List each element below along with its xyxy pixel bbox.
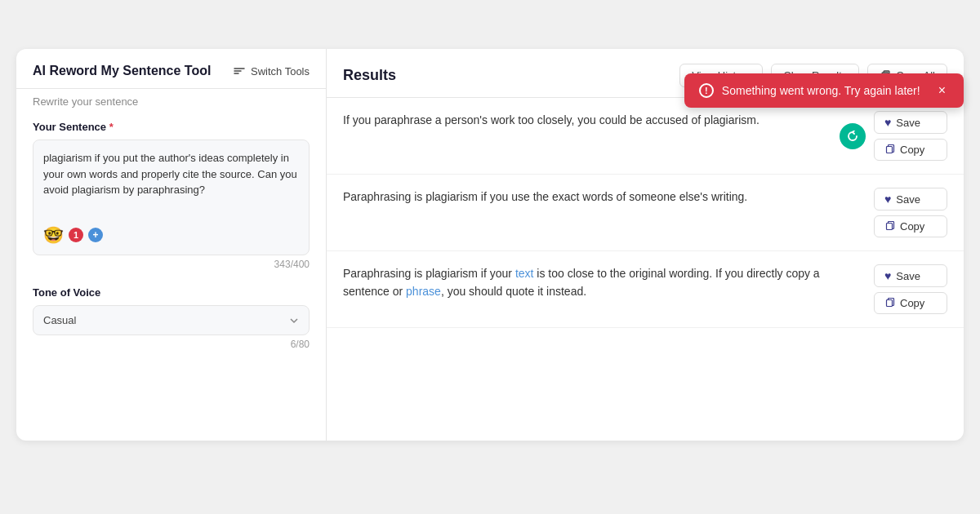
svg-rect-3: [887, 300, 893, 307]
result-text-3: Paraphrasing is plagiarism if your text …: [343, 264, 864, 301]
heart-icon: ♥: [884, 116, 891, 129]
switch-icon: [233, 64, 246, 78]
results-list: If you paraphrase a person's work too cl…: [327, 98, 964, 441]
switch-tools-button[interactable]: Switch Tools: [233, 64, 310, 78]
highlight-text: text: [515, 267, 534, 280]
right-panel: Results View History Clear Results Copy …: [327, 49, 964, 441]
sentence-input[interactable]: plagiarism if you put the author's ideas…: [43, 150, 299, 215]
emoji-smart[interactable]: 🤓: [43, 225, 64, 245]
copy-button-3[interactable]: Copy: [874, 292, 947, 314]
plus-badge[interactable]: +: [88, 228, 103, 242]
result-text-2: Paraphrasing is plagiarism if you use th…: [343, 188, 864, 206]
refresh-button-1[interactable]: [840, 123, 866, 149]
copy-icon-1: [884, 144, 895, 155]
toast-close-button[interactable]: ×: [935, 83, 949, 98]
tone-field-group: Tone of Voice Casual Formal Friendly Pro…: [33, 286, 310, 353]
copy-button-2[interactable]: Copy: [874, 215, 947, 237]
tone-select[interactable]: Casual Formal Friendly Professional: [33, 305, 310, 335]
save-button-1[interactable]: ♥ Save: [874, 111, 947, 134]
heart-icon-2: ♥: [884, 193, 891, 206]
error-toast: ! Something went wrong. Try again later!…: [684, 73, 964, 108]
svg-rect-2: [887, 224, 893, 230]
copy-icon-2: [884, 221, 895, 232]
result-item-2: Paraphrasing is plagiarism if you use th…: [327, 175, 964, 251]
toast-message: Something went wrong. Try again later!: [722, 84, 920, 97]
save-button-2[interactable]: ♥ Save: [874, 188, 947, 210]
result-actions-3: ♥ Save Copy: [874, 264, 947, 314]
heart-icon-3: ♥: [884, 269, 891, 282]
left-panel: AI Reword My Sentence Tool Switch Tools …: [16, 49, 327, 441]
result-actions-1: ♥ Save Copy: [874, 111, 947, 161]
error-icon: !: [699, 83, 714, 98]
textarea-wrapper: plagiarism if you put the author's ideas…: [33, 140, 310, 255]
switch-tools-label: Switch Tools: [251, 65, 310, 78]
svg-rect-1: [887, 147, 893, 153]
results-title: Results: [343, 67, 396, 84]
copy-icon-3: [884, 298, 895, 308]
emoji-badge: 1: [69, 228, 83, 242]
highlight-phrase: phrase: [406, 285, 441, 298]
tone-char-count: 6/80: [33, 335, 310, 353]
sentence-field-label: Your Sentence *: [33, 121, 310, 133]
result-text-1: If you paraphrase a person's work too cl…: [343, 111, 864, 129]
result-item: If you paraphrase a person's work too cl…: [327, 98, 964, 175]
subtitle: Rewrite your sentence: [16, 89, 326, 108]
left-header: AI Reword My Sentence Tool Switch Tools: [16, 49, 326, 89]
save-button-3[interactable]: ♥ Save: [874, 264, 947, 287]
sentence-field-group: Your Sentence * plagiarism if you put th…: [33, 121, 310, 273]
result-actions-2: ♥ Save Copy: [874, 188, 947, 237]
tool-title: AI Reword My Sentence Tool: [33, 64, 211, 78]
left-body: Your Sentence * plagiarism if you put th…: [16, 108, 326, 441]
main-layout: AI Reword My Sentence Tool Switch Tools …: [16, 49, 964, 441]
copy-button-1[interactable]: Copy: [874, 139, 947, 161]
sentence-char-count: 343/400: [33, 255, 310, 273]
tone-field-label: Tone of Voice: [33, 286, 310, 299]
result-item-3: Paraphrasing is plagiarism if your text …: [327, 251, 964, 328]
required-indicator: *: [106, 121, 114, 133]
emoji-bar: 🤓 1 +: [43, 225, 299, 245]
